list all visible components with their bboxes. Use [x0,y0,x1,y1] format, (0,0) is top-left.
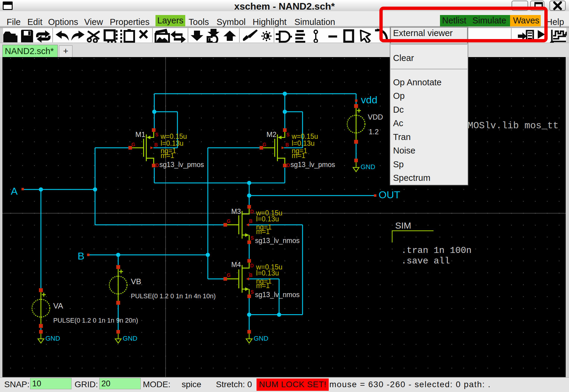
svg-text:OUT: OUT [379,189,400,200]
svg-text:sg13_lv_nmos: sg13_lv_nmos [255,291,300,299]
svg-text:sg13_lv_nmos: sg13_lv_nmos [255,237,300,245]
svg-text:l=0.13u: l=0.13u [161,139,183,147]
svg-text:sg13_lv_pmos: sg13_lv_pmos [159,161,204,169]
svg-text:VDD: VDD [368,113,383,121]
svg-text:PULSE(0 1.2 0 1n 1n 4n 10n): PULSE(0 1.2 0 1n 1n 4n 10n) [131,293,216,300]
svg-text:A: A [11,185,18,197]
svg-text:M1: M1 [135,130,145,138]
svg-text:SIM: SIM [395,220,411,230]
svg-text:PULSE(0 1.2 0 1n 1n 9n 20n): PULSE(0 1.2 0 1n 1n 9n 20n) [53,317,138,324]
svg-text:m=1: m=1 [292,152,305,160]
svg-text:MOSlv.lib mos_tt: MOSlv.lib mos_tt [468,120,558,131]
svg-text:l=0.13u: l=0.13u [292,139,315,147]
svg-text:m=1: m=1 [256,228,270,236]
svg-text:l=0.13u: l=0.13u [256,269,279,277]
svg-text:vdd: vdd [361,94,377,105]
svg-text:sg13_lv_pmos: sg13_lv_pmos [291,161,335,169]
svg-text:M4: M4 [231,261,241,269]
svg-text:VB: VB [131,277,141,286]
svg-text:m=1: m=1 [256,282,270,290]
svg-text:M2: M2 [266,130,276,138]
svg-text:B: B [78,250,85,262]
svg-text:VA: VA [53,301,63,310]
svg-text:M3: M3 [231,208,241,215]
svg-text:l=0.13u: l=0.13u [256,215,279,223]
svg-text:.save all: .save all [401,256,450,266]
svg-text:1.2: 1.2 [369,128,379,136]
svg-text:.tran 1n 100n: .tran 1n 100n [401,245,472,256]
svg-text:m=1: m=1 [161,152,174,160]
